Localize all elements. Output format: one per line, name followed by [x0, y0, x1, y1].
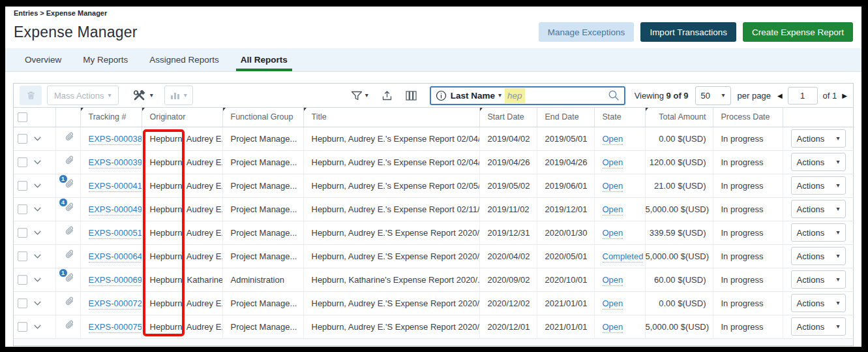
- state-link[interactable]: Open: [603, 228, 623, 239]
- actions-dropdown-button[interactable]: Actions▾: [791, 129, 846, 148]
- row-checkbox[interactable]: [18, 275, 27, 285]
- expand-chevron-icon[interactable]: [33, 252, 42, 261]
- state-link[interactable]: Completed: [603, 251, 644, 263]
- row-checkbox[interactable]: [18, 298, 27, 308]
- row-checkbox[interactable]: [18, 322, 27, 332]
- pager: ◀ of 1 ▶: [777, 87, 847, 104]
- actions-dropdown-button[interactable]: Actions▾: [791, 247, 846, 265]
- manage-exceptions-button[interactable]: Manage Exceptions: [539, 22, 635, 42]
- import-transactions-button[interactable]: Import Transactions: [640, 22, 736, 42]
- create-expense-report-button[interactable]: Create Expense Report: [743, 22, 853, 42]
- state-link[interactable]: Open: [603, 275, 623, 286]
- state-cell: Open: [594, 127, 645, 150]
- column-header-end_date[interactable]: End Date: [537, 108, 594, 127]
- paperclip-icon[interactable]: 1: [64, 178, 77, 191]
- columns-button[interactable]: [406, 91, 417, 101]
- row-checkbox[interactable]: [18, 228, 27, 238]
- state-link[interactable]: Open: [603, 157, 623, 168]
- column-header-originator[interactable]: Originator: [142, 108, 222, 127]
- state-link[interactable]: Open: [603, 204, 623, 216]
- expand-chevron-icon[interactable]: [33, 205, 42, 214]
- actions-dropdown-button[interactable]: Actions▾: [791, 223, 846, 242]
- column-header-title[interactable]: Title: [303, 108, 479, 127]
- previous-page-button[interactable]: ◀: [777, 92, 783, 99]
- paperclip-icon[interactable]: 4: [64, 202, 77, 215]
- tracking-link[interactable]: EXPS-000069: [89, 275, 142, 286]
- state-link[interactable]: Open: [603, 181, 623, 192]
- column-header-tracking[interactable]: Tracking #: [80, 108, 142, 127]
- tab-my-reports[interactable]: My Reports: [83, 48, 128, 71]
- actions-dropdown-button[interactable]: Actions▾: [791, 153, 846, 171]
- expand-chevron-icon[interactable]: [33, 158, 42, 167]
- total-amount-cell: 60.00 $(USD): [645, 268, 713, 291]
- tracking-link[interactable]: EXPS-000041: [89, 181, 142, 192]
- chevron-down-icon: ▾: [150, 92, 153, 99]
- table-row: EXPS-000038Hepburn, Audrey E.Project Man…: [14, 127, 854, 150]
- paperclip-icon[interactable]: [64, 296, 77, 309]
- row-checkbox[interactable]: [18, 134, 27, 144]
- actions-dropdown-button[interactable]: Actions▾: [791, 317, 846, 336]
- actions-dropdown-button[interactable]: Actions▾: [791, 270, 846, 289]
- mass-actions-dropdown[interactable]: Mass Actions ▾: [47, 86, 119, 105]
- column-header-functional_group[interactable]: Functional Group: [222, 108, 303, 127]
- tracking-link[interactable]: EXPS-000039: [89, 157, 142, 168]
- expand-chevron-icon[interactable]: [33, 135, 42, 143]
- tab-assigned-reports[interactable]: Assigned Reports: [149, 48, 219, 71]
- row-checkbox[interactable]: [18, 204, 27, 214]
- tracking-link[interactable]: EXPS-000051: [89, 228, 142, 239]
- tools-dropdown[interactable]: ▾: [128, 86, 158, 105]
- state-link[interactable]: Open: [603, 134, 623, 145]
- expand-chevron-icon[interactable]: [33, 276, 42, 284]
- delete-button[interactable]: [20, 86, 42, 105]
- search-icon[interactable]: [608, 89, 620, 101]
- search-query-text[interactable]: hep: [505, 88, 525, 103]
- paperclip-icon[interactable]: [64, 131, 77, 144]
- paperclip-icon[interactable]: [64, 249, 77, 262]
- breadcrumb-entries[interactable]: Entries: [14, 9, 38, 17]
- viewing-status: Viewing 9 of 9: [635, 91, 689, 101]
- state-link[interactable]: Open: [603, 298, 623, 310]
- export-button[interactable]: [382, 90, 393, 101]
- column-header-start_date[interactable]: Start Date: [479, 108, 537, 127]
- column-header-state[interactable]: State: [594, 108, 645, 127]
- actions-dropdown-button[interactable]: Actions▾: [791, 294, 846, 312]
- select-all-checkbox[interactable]: [18, 112, 27, 122]
- next-page-button[interactable]: ▶: [842, 92, 847, 99]
- row-checkbox[interactable]: [18, 251, 27, 261]
- expand-chevron-icon[interactable]: [33, 323, 42, 331]
- tracking-link[interactable]: EXPS-000075: [89, 322, 142, 333]
- page-number-input[interactable]: [788, 87, 818, 104]
- column-header-total_amount[interactable]: Total Amount: [645, 108, 713, 127]
- per-page-select[interactable]: 50 ▾: [695, 86, 731, 105]
- row-checkbox[interactable]: [18, 157, 27, 167]
- breadcrumb-expense-manager[interactable]: Expense Manager: [46, 9, 108, 17]
- paperclip-icon[interactable]: 1: [64, 272, 77, 285]
- column-header-process_date[interactable]: Process Date: [713, 108, 783, 127]
- info-icon[interactable]: [436, 90, 447, 101]
- tracking-link[interactable]: EXPS-000049: [89, 204, 142, 216]
- tracking-link[interactable]: EXPS-000038: [89, 134, 142, 145]
- state-link[interactable]: Open: [603, 322, 623, 333]
- chart-dropdown[interactable]: ▾: [164, 86, 193, 105]
- paperclip-icon[interactable]: [64, 225, 77, 238]
- actions-dropdown-button[interactable]: Actions▾: [791, 200, 846, 218]
- filter-dropdown[interactable]: ▾: [351, 91, 368, 101]
- functional-group-cell: Administration: [222, 268, 303, 291]
- search-input[interactable]: Last Name ▾ hep: [430, 86, 625, 105]
- paperclip-icon[interactable]: [64, 155, 77, 168]
- tracking-link[interactable]: EXPS-000064: [89, 251, 142, 263]
- expand-chevron-icon[interactable]: [33, 229, 42, 237]
- expand-chevron-icon[interactable]: [33, 182, 42, 190]
- paperclip-icon[interactable]: [64, 319, 77, 332]
- attachments-cell: [55, 221, 80, 244]
- tab-overview[interactable]: Overview: [25, 48, 61, 71]
- search-field-selector[interactable]: Last Name: [451, 91, 495, 101]
- title-cell: Hepburn, Audrey E.'S Expense Report 2020…: [303, 221, 479, 244]
- actions-dropdown-button[interactable]: Actions▾: [791, 176, 846, 195]
- row-checkbox[interactable]: [18, 181, 27, 191]
- expand-chevron-icon[interactable]: [33, 299, 42, 308]
- tab-all-reports[interactable]: All Reports: [241, 48, 288, 71]
- chevron-down-icon[interactable]: ▾: [498, 92, 501, 99]
- tracking-cell: EXPS-000041: [80, 174, 142, 197]
- tracking-link[interactable]: EXPS-000072: [89, 298, 142, 310]
